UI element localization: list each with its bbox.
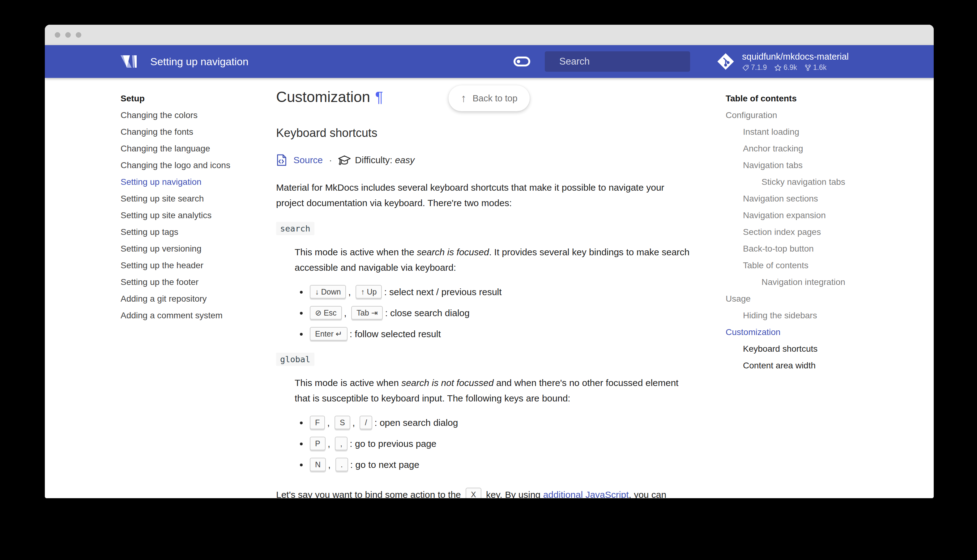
keycap: . [335, 458, 348, 471]
toc-item[interactable]: Instant loading [726, 123, 934, 140]
keycap: Tab ⇥ [351, 306, 383, 320]
sidebar-item[interactable]: Setting up navigation [120, 174, 276, 190]
shortcut-item: N, .: go to next page [308, 457, 693, 472]
sidebar-item[interactable]: Setting up site analytics [120, 207, 276, 224]
toc-item[interactable]: Anchor tracking [726, 140, 934, 157]
toc-item[interactable]: Navigation sections [726, 190, 934, 207]
sidebar-item[interactable]: Setting up tags [120, 224, 276, 240]
toc-item[interactable]: Configuration [726, 107, 934, 123]
window-control-dot[interactable] [76, 32, 81, 38]
section-h2: Keyboard shortcuts [276, 126, 693, 140]
toc-item[interactable]: Hiding the sidebars [726, 307, 934, 324]
sidebar-item[interactable]: Changing the logo and icons [120, 157, 276, 174]
toc-nav: Table of contents ConfigurationInstant l… [726, 78, 934, 498]
difficulty-value: easy [395, 155, 415, 165]
palette-toggle-icon[interactable] [513, 56, 530, 67]
sidebar-item[interactable]: Changing the colors [120, 107, 276, 123]
toc-title: Table of contents [726, 90, 934, 107]
sidebar-item[interactable]: Setting up the footer [120, 274, 276, 290]
arrow-up-icon: ↑ [461, 92, 466, 105]
source-difficulty-row: Source · Difficulty: easy [276, 154, 693, 166]
header-page-title: Setting up navigation [150, 56, 248, 68]
shortcut-item: F, S, /: open search dialog [308, 415, 693, 430]
source-file-icon [276, 154, 287, 166]
sidebar-item[interactable]: Adding a comment system [120, 307, 276, 324]
repo-name: squidfunk/mkdocs-material [742, 51, 849, 62]
toc-item[interactable]: Navigation integration [726, 274, 934, 290]
keycap: , [335, 437, 347, 450]
toc-item[interactable]: Usage [726, 290, 934, 307]
repo-version: 7.1.9 [751, 63, 767, 72]
shortcut-item: ↓ Down, ↑ Up: select next / previous res… [308, 285, 693, 300]
permalink-icon[interactable]: ¶ [375, 89, 383, 105]
intro-paragraph: Material for MkDocs includes several key… [276, 180, 693, 211]
window-control-dot[interactable] [65, 32, 71, 38]
sidebar-item[interactable]: Setting up versioning [120, 240, 276, 257]
keycap: ⊘ Esc [310, 306, 342, 320]
keycap: X [466, 488, 482, 498]
back-to-top-label: Back to top [472, 93, 517, 103]
keycap: N [310, 458, 326, 471]
global-bindings-list: F, S, /: open search dialogP, ,: go to p… [276, 415, 693, 472]
keycap: ↓ Down [310, 285, 346, 298]
toc-item[interactable]: Section index pages [726, 224, 934, 240]
browser-window: Setting up navigation [45, 25, 934, 498]
toc-item[interactable]: Back-to-top button [726, 240, 934, 257]
mode-search-description: This mode is active when the search is f… [295, 245, 693, 275]
repo-stars: 6.9k [784, 63, 797, 72]
keycap: Enter ↵ [310, 327, 347, 340]
shortcut-item: P, ,: go to previous page [308, 437, 693, 451]
star-icon [774, 64, 782, 72]
source-link[interactable]: Source [293, 155, 323, 165]
outro-paragraph: Let's say you want to bind some action t… [276, 487, 693, 498]
sidebar-item[interactable]: Adding a git repository [120, 290, 276, 307]
keycap: F [310, 416, 325, 429]
mode-global-description: This mode is active when search is not f… [295, 375, 693, 406]
keycap: / [360, 416, 372, 429]
repo-link[interactable]: squidfunk/mkdocs-material 7.1.9 6.9k [717, 51, 849, 72]
repo-facts: 7.1.9 6.9k [742, 63, 849, 72]
keycap: S [335, 416, 350, 429]
difficulty-cap-icon [338, 155, 351, 166]
tag-icon [742, 64, 749, 71]
keycap: P [310, 437, 325, 450]
window-titlebar [45, 25, 934, 45]
search-input[interactable] [559, 56, 683, 67]
app-header: Setting up navigation [45, 45, 934, 78]
search-bindings-list: ↓ Down, ↑ Up: select next / previous res… [276, 285, 693, 342]
sidebar-section-title: Setup [120, 90, 276, 107]
page-content: Setup Changing the colorsChanging the fo… [45, 78, 934, 498]
search-box[interactable] [545, 51, 690, 72]
toc-item[interactable]: Sticky navigation tabs [726, 174, 934, 190]
inline-code-search: search [276, 222, 314, 235]
search-icon [552, 56, 552, 67]
sidebar-item[interactable]: Changing the fonts [120, 123, 276, 140]
difficulty-label: Difficulty: easy [355, 155, 415, 165]
mkdocs-material-logo-icon[interactable] [120, 55, 137, 68]
shortcut-item: ⊘ Esc, Tab ⇥: close search dialog [308, 306, 693, 320]
window-control-dot[interactable] [55, 32, 60, 38]
toc-item[interactable]: Table of contents [726, 257, 934, 274]
additional-javascript-link[interactable]: additional JavaScript [543, 490, 629, 498]
keycap: ↑ Up [355, 285, 382, 298]
git-icon [717, 53, 735, 70]
fork-icon [804, 64, 811, 72]
toc-item[interactable]: Navigation tabs [726, 157, 934, 174]
toc-item[interactable]: Navigation expansion [726, 207, 934, 224]
sidebar-item[interactable]: Setting up the header [120, 257, 276, 274]
sidebar-nav: Setup Changing the colorsChanging the fo… [120, 78, 276, 498]
toc-item[interactable]: Customization [726, 324, 934, 340]
separator-dot: · [329, 155, 332, 165]
sidebar-item[interactable]: Setting up site search [120, 190, 276, 207]
back-to-top-button[interactable]: ↑ Back to top [448, 85, 530, 111]
sidebar-item[interactable]: Changing the language [120, 140, 276, 157]
toc-item[interactable]: Content area width [726, 357, 934, 374]
inline-code-global: global [276, 353, 314, 366]
repo-forks: 1.6k [813, 63, 827, 72]
toc-item[interactable]: Keyboard shortcuts [726, 340, 934, 357]
main-article: ↑ Back to top Customization¶ Keyboard sh… [276, 78, 726, 498]
shortcut-item: Enter ↵: follow selected result [308, 327, 693, 342]
